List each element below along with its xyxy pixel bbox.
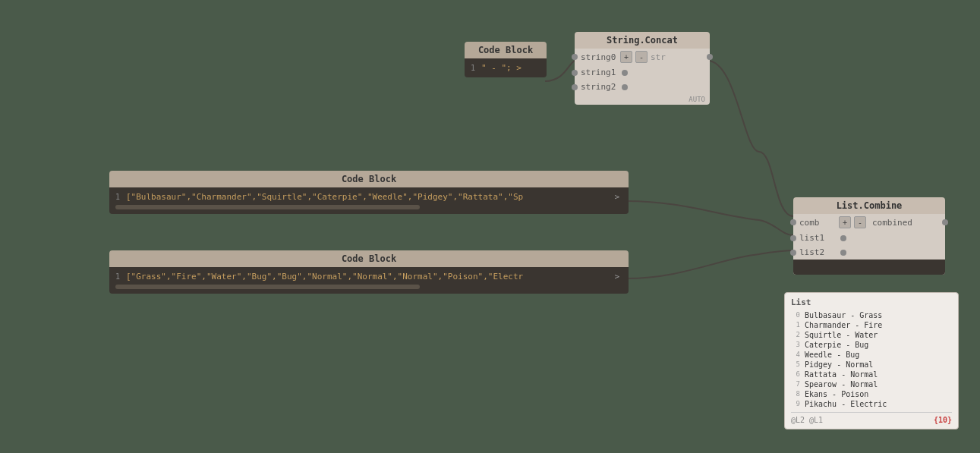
list-combine-header: List.Combine: [793, 197, 945, 214]
list-item-index: 3: [791, 341, 800, 349]
list-combine-list1-in-port: [790, 235, 796, 241]
list-item: 8Ekans - Poison: [791, 389, 952, 399]
list-output-items: 0Bulbasaur - Grass1Charmander - Fire2Squ…: [791, 310, 952, 409]
code-block-2-code: ["Bulbasaur","Charmander","Squirtle","Ca…: [126, 192, 523, 202]
list-item: 7Spearow - Normal: [791, 379, 952, 389]
code-block-1-node: Code Block 1 " - "; >: [465, 42, 547, 77]
string-concat-string2-arrow: [622, 84, 628, 90]
code-block-3-code: ["Grass","Fire","Water","Bug","Bug","Nor…: [126, 272, 523, 282]
list-combine-plus-btn[interactable]: +: [839, 216, 851, 228]
code-block-1-linenum: 1: [471, 64, 478, 72]
list-item-value: Rattata - Normal: [805, 370, 878, 379]
code-block-2-arrow: >: [614, 192, 619, 202]
string-concat-string1-arrow: [622, 70, 628, 76]
list-item-value: Weedle - Bug: [805, 351, 859, 359]
list-item-index: 2: [791, 331, 800, 339]
list-item: 1Charmander - Fire: [791, 320, 952, 330]
list-combine-list2-in-port: [790, 250, 796, 256]
list-item-value: Charmander - Fire: [805, 321, 882, 329]
list-item: 9Pikachu - Electric: [791, 399, 952, 409]
code-block-2-node: Code Block 1 ["Bulbasaur","Charmander","…: [109, 171, 629, 214]
list-combine-comb-in-port: [790, 219, 796, 225]
list-item-value: Bulbasaur - Grass: [805, 311, 882, 319]
list-output-title: List: [791, 297, 952, 307]
code-block-3-node: Code Block 1 ["Grass","Fire","Water","Bu…: [109, 250, 629, 294]
string-concat-header: String.Concat: [575, 32, 710, 49]
list-combine-list1-label: list1: [799, 233, 836, 243]
string-concat-auto: AUTO: [575, 94, 710, 105]
code-block-3-header: Code Block: [109, 250, 629, 267]
list-item: 0Bulbasaur - Grass: [791, 310, 952, 320]
list-combine-out-port: [942, 219, 948, 225]
list-item-value: Spearow - Normal: [805, 380, 878, 389]
list-item-value: Ekans - Poison: [805, 390, 868, 398]
code-block-1-header: Code Block: [465, 42, 547, 58]
string-concat-plus-btn[interactable]: +: [620, 51, 632, 63]
list-combine-list2-label: list2: [799, 247, 836, 257]
list-item-index: 4: [791, 351, 800, 359]
string-concat-string2-in-port: [572, 84, 578, 90]
list-item-index: 1: [791, 321, 800, 329]
string-concat-string0-label: string0: [581, 52, 617, 62]
string-concat-node: String.Concat string0 + - str string1 st…: [575, 32, 710, 105]
string-concat-string0-in-port: [572, 54, 578, 60]
list-item: 5Pidgey - Normal: [791, 360, 952, 370]
list-item-value: Squirtle - Water: [805, 331, 878, 339]
code-block-2-linenum: 1: [115, 193, 123, 201]
list-footer-left: @L2 @L1: [791, 416, 823, 424]
string-concat-string2-label: string2: [581, 82, 617, 92]
list-combine-comb-label: comb: [799, 218, 836, 228]
code-block-1-code: " - "; >: [481, 63, 522, 73]
list-combine-node: List.Combine comb + - combined list1 lis…: [793, 197, 945, 275]
code-block-3-linenum: 1: [115, 272, 123, 281]
string-concat-out-label: str: [651, 52, 666, 62]
list-combine-out-label: combined: [872, 218, 912, 228]
list-item-index: 6: [791, 370, 800, 379]
list-item-index: 8: [791, 390, 800, 398]
list-item-index: 9: [791, 400, 800, 408]
list-item: 3Caterpie - Bug: [791, 340, 952, 350]
list-combine-list2-arrow: [840, 250, 846, 256]
list-item-value: Pidgey - Normal: [805, 360, 873, 369]
list-item-index: 5: [791, 360, 800, 369]
list-item: 6Rattata - Normal: [791, 370, 952, 379]
list-item-value: Caterpie - Bug: [805, 341, 868, 349]
list-item-value: Pikachu - Electric: [805, 400, 887, 408]
list-combine-minus-btn[interactable]: -: [854, 216, 866, 228]
string-concat-minus-btn[interactable]: -: [635, 51, 648, 63]
code-block-2-header: Code Block: [109, 171, 629, 187]
list-item-index: 7: [791, 380, 800, 389]
list-output-panel: List 0Bulbasaur - Grass1Charmander - Fir…: [784, 292, 959, 429]
list-item-index: 0: [791, 311, 800, 319]
list-item: 2Squirtle - Water: [791, 330, 952, 340]
string-concat-out-port: [707, 54, 713, 60]
string-concat-string1-label: string1: [581, 68, 617, 77]
list-combine-list1-arrow: [840, 235, 846, 241]
code-block-3-arrow: >: [614, 272, 619, 282]
list-output-footer: @L2 @L1 {10}: [791, 412, 952, 424]
list-item: 4Weedle - Bug: [791, 350, 952, 360]
string-concat-string1-in-port: [572, 70, 578, 76]
list-footer-count: {10}: [934, 416, 952, 424]
